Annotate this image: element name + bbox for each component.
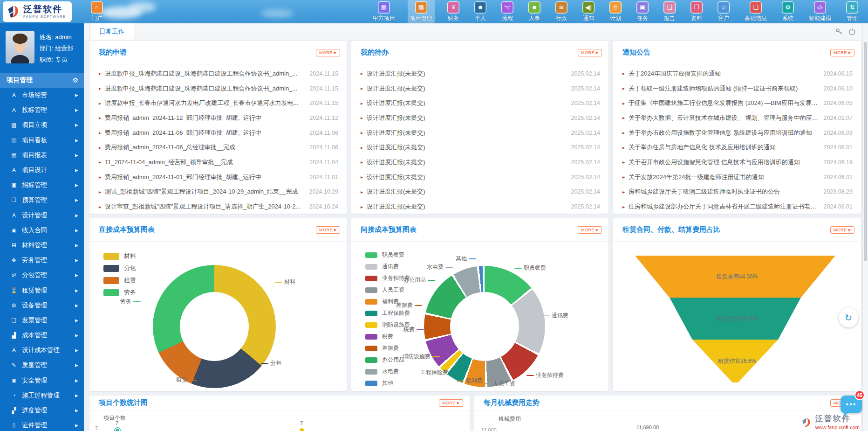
nav-item-报告[interactable]: ❏报告 <box>661 0 678 23</box>
notice-row[interactable]: ▸于征集《中国建筑施工行业信息化发展报告 (2024) —BIM应用与发展》材料… <box>622 96 853 111</box>
sidebar-item-项目看板[interactable]: ▥项目看板▶ <box>0 133 84 148</box>
nav-item-管理[interactable]: ⇅管理 <box>844 0 861 23</box>
nav-item-项目管理[interactable]: ▦项目管理 <box>408 0 435 23</box>
nav-item-资料[interactable]: ❐资料 <box>688 0 705 23</box>
request-row[interactable]: ▸进度款申报_珠海鹤港口建设_珠海鹤港口建设工程合作协议书_admin_...2… <box>99 81 338 96</box>
request-row[interactable]: ▸11_2024-11-04_admin_经营部_领导审批__完成2024.11… <box>99 155 338 170</box>
todo-row[interactable]: ▸设计进度汇报(未提交)2025.02.14 <box>361 81 600 96</box>
sidebar-item-发票管理[interactable]: ❏发票管理▶ <box>0 313 84 328</box>
notice-row[interactable]: ▸关于2024年国庆节放假安排的通知2024.06.15 <box>622 66 853 81</box>
sidebar-item-分包管理[interactable]: x²分包管理▶ <box>0 268 84 283</box>
todo-row[interactable]: ▸设计进度汇报(未提交)2025.02.14 <box>361 111 600 125</box>
notice-row[interactable]: ▸房和城乡建设厅关于取消二级建造师临时执业证书的公告2023.08.29 <box>622 185 853 200</box>
funnel-band-租赁付款[interactable]: 租赁付款29.04% <box>613 298 861 340</box>
todo-row[interactable]: ▸设计进度汇报(未提交)2025.02.14 <box>361 140 600 155</box>
funnel-band-租赁结算[interactable]: 租赁结算26.6% <box>613 340 861 382</box>
notice-row[interactable]: ▸关于发放2024年第24批一级建造师注册证书的通知2024.06.01 <box>622 170 853 185</box>
sidebar-item-设备管理[interactable]: ⚙设备管理▶ <box>0 298 84 313</box>
nav-item-计划[interactable]: ≣计划 <box>607 0 624 23</box>
todo-row[interactable]: ▸设计进度汇报(未提交)2025.02.14 <box>361 199 600 214</box>
todo-row[interactable]: ▸设计进度汇报(未提交)2025.02.14 <box>361 155 600 170</box>
request-row[interactable]: ▸进度款申报_长春市伊通河水力发电厂改建工程_长春市伊通河水力发电...2024… <box>99 96 338 111</box>
sidebar-item-材料管理[interactable]: ⊞材料管理▶ <box>0 238 84 253</box>
legend-item-租赁[interactable]: 租赁 <box>103 274 136 286</box>
todo-row[interactable]: ▸设计进度汇报(未提交)2025.02.14 <box>361 185 600 200</box>
legend-item-分包[interactable]: 分包 <box>103 262 136 274</box>
sidebar-item-项目立项[interactable]: ▤项目立项▶ <box>0 118 84 132</box>
nav-item-基础信息[interactable]: ❑基础信息 <box>742 0 769 23</box>
power-exit-icon[interactable] <box>848 28 856 35</box>
notice-row[interactable]: ▸关于召开市政公用设施智慧化管理 信息技术与应用培训班的通知2024.06.19 <box>622 155 853 170</box>
sidebar-item-设计管理[interactable]: A设计管理▶ <box>0 208 84 223</box>
request-row[interactable]: ▸费用报销_admin_2024-11-06_总经理审批__完成2024.11.… <box>99 140 338 155</box>
legend-item-人员工资[interactable]: 人员工资 <box>365 284 410 296</box>
todo-row[interactable]: ▸设计进度汇报(未提交)2025.02.14 <box>361 125 600 140</box>
sidebar-item-证件管理[interactable]: ▯证件管理▶ <box>0 418 84 431</box>
nav-item-门户[interactable]: ⌂门户 <box>89 0 105 23</box>
sidebar-item-安全管理[interactable]: ◙安全管理▶ <box>0 373 84 388</box>
sidebar-item-收入合同[interactable]: ◉收入合同▶ <box>0 223 84 238</box>
notice-row[interactable]: ▸关于举办市政公用设施数字化管理信息 系统建设与应用培训班的通知2024.06.… <box>622 125 853 140</box>
sidebar-item-预算管理[interactable]: ❐预算管理▶ <box>0 193 84 208</box>
direct-cost-donut[interactable] <box>153 265 276 388</box>
funnel-band-租赁合同[interactable]: 租赁合同44.36% <box>613 256 861 298</box>
more-button[interactable]: MORE <box>830 49 854 56</box>
sidebar-item-投标管理[interactable]: A投标管理▶ <box>0 103 84 118</box>
legend-item-通讯费[interactable]: 通讯费 <box>365 261 410 272</box>
sidebar-item-施工过程管理[interactable]: ◔施工过程管理▶ <box>0 388 84 403</box>
request-row[interactable]: ▸测试_彭祖新城"四馆"景观工程设计项目_2024-10-29_admin_结束… <box>99 185 338 200</box>
legend-item-其他[interactable]: 其他 <box>365 377 410 389</box>
sidebar-item-租赁管理[interactable]: ⌛租赁管理▶ <box>0 283 84 298</box>
nav-item-行政[interactable]: ≋行政 <box>553 0 570 23</box>
tab-daily-work[interactable]: 日常工作 <box>89 23 134 40</box>
sidebar-item-进度管理[interactable]: ▞进度管理▶ <box>0 403 84 418</box>
nav-item-任务[interactable]: ▣任务 <box>634 0 651 23</box>
nav-item-财务[interactable]: ¥财务 <box>445 0 462 23</box>
notice-row[interactable]: ▸关于领取一级注册建造师增项贴的通知 (须持一建证书前来领取)2024.06.1… <box>622 81 853 96</box>
sidebar-item-市场经营[interactable]: A市场经营▶ <box>0 88 84 103</box>
more-button[interactable]: MORE <box>578 226 602 234</box>
nav-item-个人[interactable]: ☻个人 <box>472 0 489 23</box>
nav-item-客户[interactable]: ☺客户 <box>715 0 732 23</box>
request-row[interactable]: ▸费用报销_admin_2024-11-06_部门经理审批_胡建,_运行中202… <box>99 125 338 140</box>
sidebar-item-设计成本管理[interactable]: A设计成本管理▶ <box>0 343 84 358</box>
request-row[interactable]: ▸费用报销_admin_2024-11-01_部门经理审批_胡建,_运行中202… <box>99 170 338 185</box>
task-box-icon: ▣ <box>636 1 649 14</box>
notice-row[interactable]: ▸关于举办住房与房地产信息化 技术及应用培训班的通知2024.06.01 <box>622 140 853 155</box>
sidebar-item-劳务管理[interactable]: ❖劳务管理▶ <box>0 253 84 268</box>
sidebar-item-成本管理[interactable]: ▟成本管理▶ <box>0 328 84 343</box>
nav-item-流程[interactable]: ⌥流程 <box>499 0 516 23</box>
sidebar-item-项目报表[interactable]: ▦项目报表▶ <box>0 148 84 163</box>
more-button[interactable]: MORE <box>316 49 340 56</box>
request-row[interactable]: ▸进度款申报_珠海鹤港口建设_珠海鹤港口建设工程合作协议书_admin_...2… <box>99 66 338 81</box>
notice-row[interactable]: ▸住房和城乡建设部办公厅关于同意吉林省开展二级建造师注册证书电子化试点...20… <box>622 199 853 214</box>
nav-item-智能建模[interactable]: ‹/›智能建模 <box>806 0 834 23</box>
sidebar-item-label: 劳务管理 <box>22 256 75 264</box>
module-settings-gear-icon[interactable]: ⚙ <box>72 76 78 84</box>
list-item-date: 2024.11.15 <box>309 85 338 92</box>
sidebar-item-招标管理[interactable]: ▣招标管理▶ <box>0 178 84 193</box>
legend-item-职员餐费[interactable]: 职员餐费 <box>365 249 410 261</box>
change-skin-button[interactable]: ↻ <box>839 308 858 327</box>
more-button[interactable]: MORE <box>578 49 602 56</box>
key-icon[interactable] <box>835 28 843 35</box>
request-row[interactable]: ▸费用报销_admin_2024-11-12_部门经理审批_胡建,_运行中202… <box>99 111 338 125</box>
todo-row[interactable]: ▸设计进度汇报(未提交)2025.02.14 <box>361 96 600 111</box>
more-button[interactable]: MORE <box>439 399 463 407</box>
nav-item-系统[interactable]: ⚙系统 <box>779 0 796 23</box>
legend-item-劳务[interactable]: 劳务 <box>103 286 136 299</box>
nav-item-通知[interactable]: ◀)通知 <box>580 0 597 23</box>
sidebar-item-质量管理[interactable]: ✎质量管理▶ <box>0 358 84 373</box>
more-button[interactable]: MORE <box>316 226 340 234</box>
sidebar-item-项目设计[interactable]: A项目设计▶ <box>0 163 84 178</box>
nav-item-甲方项目[interactable]: ▦甲方项目 <box>370 0 397 23</box>
nav-item-人事[interactable]: ☻人事 <box>526 0 543 23</box>
more-button[interactable]: MORE <box>830 226 854 234</box>
todo-row[interactable]: ▸设计进度汇报(未提交)2025.02.14 <box>361 170 600 185</box>
todo-row[interactable]: ▸设计进度汇报(未提交)2025.02.14 <box>361 66 600 81</box>
scrollbar-thumb[interactable] <box>864 42 867 261</box>
legend-item-水电费[interactable]: 水电费 <box>365 366 410 377</box>
notice-row[interactable]: ▸关于举办大数据、云计算技术在城市建设、 规划、管理与服务中的应用培训班...2… <box>622 111 853 125</box>
legend-item-材料[interactable]: 材料 <box>103 250 136 262</box>
request-row[interactable]: ▸设计审查_彭祖新城"四馆"景观工程设计项目_请选择_胡广生_2024-10-2… <box>99 199 338 214</box>
